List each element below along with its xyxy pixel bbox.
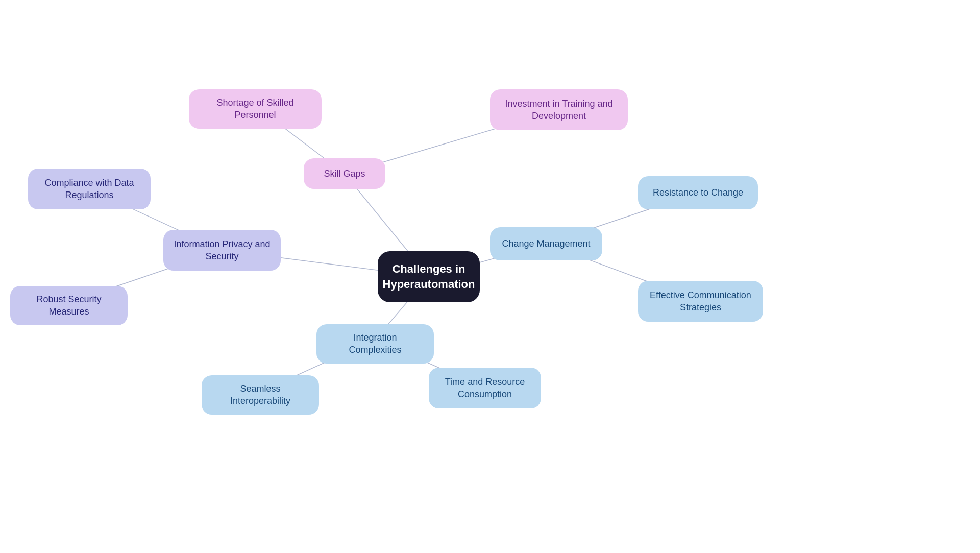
node-shortage-skilled: Shortage of Skilled Personnel [189,89,322,129]
node-resistance-change: Resistance to Change [638,176,758,209]
connections-svg [0,0,980,553]
node-info-privacy: Information Privacy and Security [163,230,281,271]
node-robust-security: Robust Security Measures [10,286,128,325]
center-node: Challenges in Hyperautomation [378,251,480,302]
node-investment-training: Investment in Training and Development [490,89,628,130]
node-change-mgmt: Change Management [490,227,602,260]
node-skill-gaps: Skill Gaps [304,158,385,189]
node-effective-comm: Effective Communication Strategies [638,281,763,322]
node-seamless-interop: Seamless Interoperability [202,375,319,415]
node-compliance-data: Compliance with Data Regulations [28,169,151,209]
node-time-resource: Time and Resource Consumption [429,368,541,408]
node-integration-complex: Integration Complexities [316,324,434,364]
